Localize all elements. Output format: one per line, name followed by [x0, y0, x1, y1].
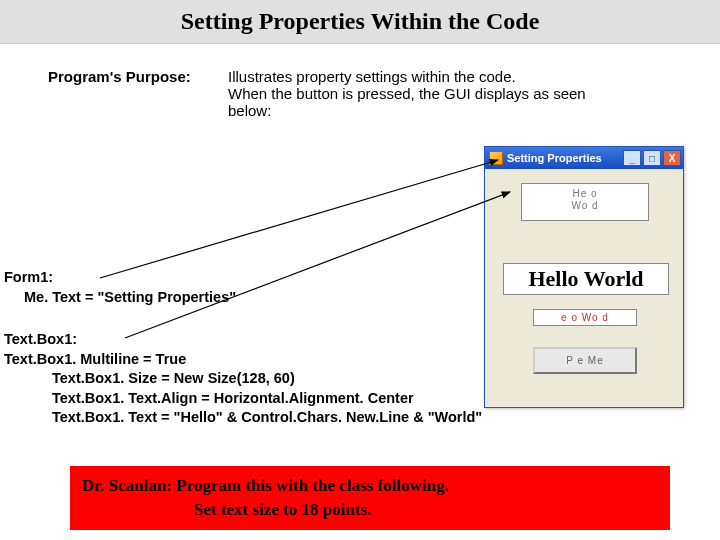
- code-form1-head: Form1:: [4, 268, 236, 288]
- purpose-line-3: below:: [228, 102, 608, 119]
- instruction-line-2: Set text size to 18 points.: [194, 498, 658, 522]
- purpose-line-2: When the button is pressed, the GUI disp…: [228, 85, 608, 102]
- svg-line-1: [125, 192, 510, 338]
- close-button[interactable]: X: [663, 150, 681, 166]
- code-form1-line1: Me. Text = "Setting Properties": [24, 288, 236, 308]
- window-buttons: _ □ X: [623, 150, 681, 166]
- maximize-button[interactable]: □: [643, 150, 661, 166]
- slide-title: Setting Properties Within the Code: [0, 0, 720, 44]
- purpose-row: Program's Purpose: Illustrates property …: [48, 68, 608, 119]
- mock-body: He o Wo d Hello World e o Wo d P e Me: [485, 169, 683, 407]
- code-tb-l4: Text.Box1. Text = "Hello" & Control.Char…: [52, 408, 564, 428]
- label-hello-world: Hello World: [503, 263, 669, 295]
- form-icon: [489, 151, 503, 165]
- purpose-label: Program's Purpose:: [48, 68, 228, 119]
- code-tb-head: Text.Box1:: [4, 330, 564, 350]
- press-me-button[interactable]: P e Me: [533, 347, 637, 374]
- mock-titlebar: Setting Properties _ □ X: [485, 147, 683, 169]
- purpose-line-1: Illustrates property settings within the…: [228, 68, 608, 85]
- svg-line-0: [100, 160, 498, 278]
- textbox-multiline-l1: He o: [522, 188, 648, 200]
- purpose-text: Illustrates property settings within the…: [228, 68, 608, 119]
- instruction-box: Dr. Scanlan: Program this with the class…: [70, 466, 670, 530]
- textbox-multiline-l2: Wo d: [522, 200, 648, 212]
- instruction-line-1: Dr. Scanlan: Program this with the class…: [82, 474, 658, 498]
- code-textbox1: Text.Box1: Text.Box1. Multiline = True T…: [4, 330, 564, 428]
- mock-title: Setting Properties: [507, 152, 623, 164]
- code-tb-l1: Text.Box1. Multiline = True: [4, 350, 564, 370]
- code-form1: Form1: Me. Text = "Setting Properties": [4, 268, 236, 307]
- minimize-button[interactable]: _: [623, 150, 641, 166]
- mock-window: Setting Properties _ □ X He o Wo d Hello…: [484, 146, 684, 408]
- textbox-multiline[interactable]: He o Wo d: [521, 183, 649, 221]
- textbox-small[interactable]: e o Wo d: [533, 309, 637, 326]
